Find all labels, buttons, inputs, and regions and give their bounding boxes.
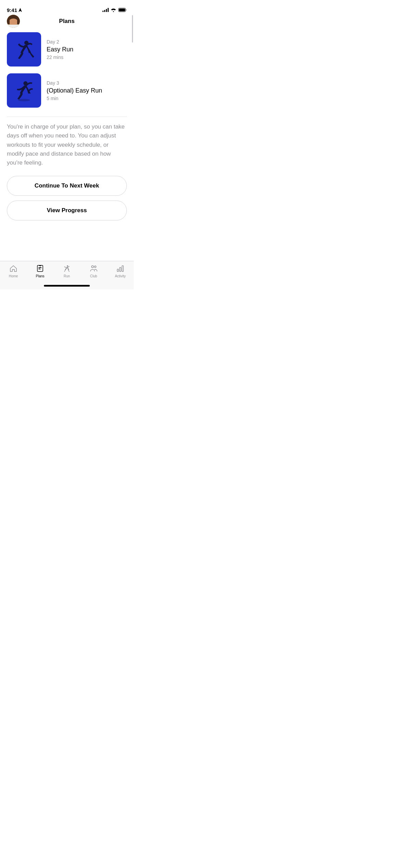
svg-point-8 — [95, 266, 96, 268]
workout-duration: 22 mins — [47, 55, 127, 60]
view-progress-button[interactable]: View Progress — [7, 201, 127, 220]
home-indicator — [44, 285, 90, 287]
tab-home[interactable]: Home — [0, 264, 27, 278]
workout-thumbnail-day3 — [7, 73, 41, 108]
svg-point-6 — [67, 265, 68, 267]
svg-point-7 — [92, 266, 94, 268]
plans-icon — [36, 264, 45, 273]
wifi-icon — [111, 8, 116, 12]
svg-rect-11 — [122, 266, 123, 272]
workout-thumbnail-day2 — [7, 32, 41, 67]
svg-rect-9 — [117, 269, 119, 272]
signal-icon — [102, 8, 109, 12]
avatar[interactable] — [7, 15, 20, 28]
action-buttons: Continue To Next Week View Progress — [0, 176, 134, 220]
workout-day-label-3: Day 3 — [47, 80, 127, 86]
activity-icon — [116, 264, 125, 273]
svg-rect-1 — [119, 9, 125, 11]
tab-run-label: Run — [64, 274, 70, 278]
page-title: Plans — [59, 18, 74, 25]
workout-item-day2[interactable]: Day 2 Easy Run 22 mins — [0, 29, 134, 70]
svg-rect-10 — [120, 267, 121, 272]
svg-point-4 — [18, 99, 30, 101]
plan-description: You're in charge of your plan, so you ca… — [0, 122, 134, 176]
svg-rect-5 — [37, 265, 43, 272]
workout-name: Easy Run — [47, 46, 127, 53]
tab-plans[interactable]: Plans — [27, 264, 53, 278]
scroll-indicator — [132, 15, 133, 43]
status-bar: 9:41 — [0, 0, 134, 15]
workout-name-3: (Optional) Easy Run — [47, 87, 127, 94]
tab-club-label: Club — [90, 274, 97, 278]
workout-item-day3[interactable]: Day 3 (Optional) Easy Run 5 min — [0, 70, 134, 111]
tab-activity[interactable]: Activity — [107, 264, 134, 278]
status-time: 9:41 — [7, 7, 22, 13]
tab-club[interactable]: Club — [80, 264, 107, 278]
workout-day-label: Day 2 — [47, 39, 127, 45]
club-icon — [89, 264, 98, 273]
run-icon — [62, 264, 71, 273]
battery-icon — [118, 8, 127, 12]
scroll-content[interactable]: Day 2 Easy Run 22 mins — [0, 29, 134, 275]
home-icon — [9, 264, 18, 273]
status-icons — [102, 8, 127, 12]
tab-home-label: Home — [9, 274, 18, 278]
continue-next-week-button[interactable]: Continue To Next Week — [7, 176, 127, 196]
workout-duration-3: 5 min — [47, 96, 127, 101]
page-header: Plans — [0, 15, 134, 29]
tab-activity-label: Activity — [115, 274, 126, 278]
tab-run[interactable]: Run — [53, 264, 80, 278]
tab-plans-label: Plans — [36, 274, 44, 278]
section-divider — [7, 117, 127, 117]
workout-info-day3: Day 3 (Optional) Easy Run 5 min — [47, 80, 127, 101]
workout-info-day2: Day 2 Easy Run 22 mins — [47, 39, 127, 60]
